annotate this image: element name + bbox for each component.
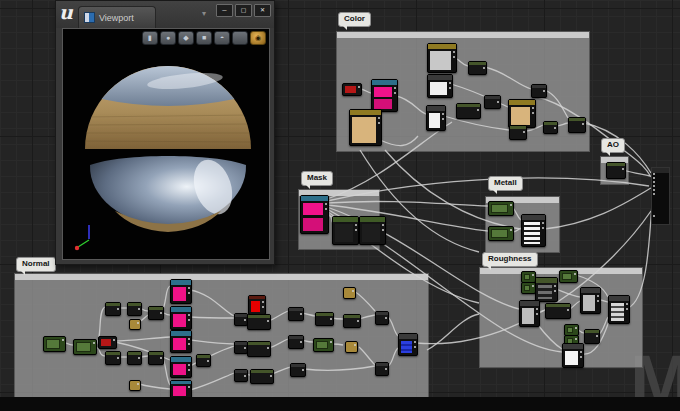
comment-label-mask[interactable]: Mask bbox=[301, 171, 333, 186]
viewport-window: u Viewport ▾ ─▢✕ bbox=[55, 0, 275, 265]
comment-label-ao[interactable]: AO bbox=[601, 138, 625, 153]
preview-cylinder-button[interactable]: ▮ bbox=[142, 31, 158, 45]
viewport-tab-icon bbox=[84, 12, 95, 23]
viewport-tab-label: Viewport bbox=[99, 13, 134, 23]
preview-teapot-button[interactable]: ◓ bbox=[214, 31, 230, 45]
close-button[interactable]: ✕ bbox=[254, 4, 271, 17]
viewport-canvas[interactable]: ▮●◆■◓◉ bbox=[62, 28, 270, 260]
material-graph-canvas[interactable]: M ColorMaskMetallRoughnessAONormal u Vie… bbox=[0, 0, 680, 411]
preview-cube-button[interactable]: ■ bbox=[196, 31, 212, 45]
minimize-button[interactable]: ─ bbox=[216, 4, 233, 17]
viewport-tab[interactable]: Viewport bbox=[78, 6, 156, 28]
comment-label-roughness[interactable]: Roughness bbox=[482, 252, 538, 267]
viewport-toolbar: ▮●◆■◓◉ bbox=[142, 31, 266, 45]
preview-mesh-button[interactable] bbox=[232, 31, 248, 45]
unreal-engine-logo-icon: u bbox=[59, 1, 73, 23]
viewport-titlebar[interactable]: u Viewport ▾ ─▢✕ bbox=[56, 1, 274, 28]
window-controls: ─▢✕ bbox=[216, 4, 271, 17]
comment-label-color[interactable]: Color bbox=[338, 12, 371, 27]
restore-button[interactable]: ▢ bbox=[235, 4, 252, 17]
realtime-toggle-button[interactable]: ◉ bbox=[250, 31, 266, 45]
preview-sphere-button[interactable]: ● bbox=[160, 31, 176, 45]
comment-label-metall[interactable]: Metall bbox=[488, 176, 523, 191]
bottom-bar bbox=[0, 397, 680, 411]
axis-gizmo-icon bbox=[73, 223, 97, 251]
tab-dropdown-arrow-icon[interactable]: ▾ bbox=[202, 9, 206, 18]
preview-plane-button[interactable]: ◆ bbox=[178, 31, 194, 45]
comment-label-normal[interactable]: Normal bbox=[16, 257, 56, 272]
